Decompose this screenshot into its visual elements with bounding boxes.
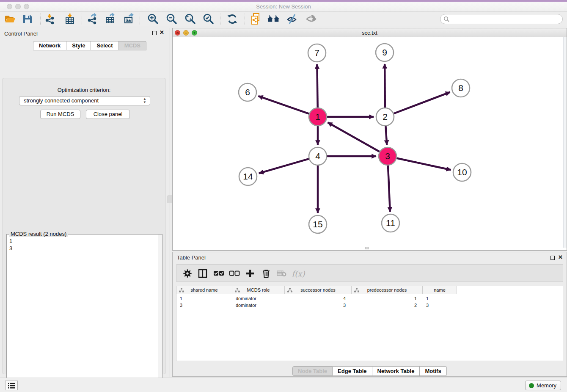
tab-mcds[interactable]: MCDS (119, 41, 146, 50)
cell-mcds-role[interactable]: dominator (232, 302, 285, 309)
search-field[interactable] (440, 14, 563, 24)
float-panel-icon[interactable] (152, 31, 157, 35)
save-session-icon[interactable] (20, 13, 35, 25)
graph-node-2[interactable]: 2 (376, 108, 394, 126)
graph-node-14[interactable]: 14 (239, 168, 257, 185)
table-row[interactable]: 3 dominator 3 2 3 (176, 302, 457, 309)
gear-icon[interactable] (181, 267, 194, 280)
result-scrollbar[interactable] (158, 235, 162, 392)
edge-2-3[interactable] (385, 125, 387, 145)
column-header-mcds-role[interactable]: MCDS role (232, 286, 285, 294)
network-horizontal-scroll-handle[interactable] (365, 247, 369, 249)
edge-4-14[interactable] (259, 158, 310, 173)
graph-node-4[interactable]: 4 (309, 147, 327, 165)
memory-status-icon (529, 383, 534, 388)
memory-label: Memory (537, 382, 556, 389)
cell-predecessor-nodes[interactable]: 1 (352, 295, 423, 302)
tab-network[interactable]: Network (33, 41, 66, 50)
zoom-fit-icon[interactable] (183, 13, 198, 25)
graph-node-15[interactable]: 15 (309, 215, 327, 233)
zoom-out-icon[interactable] (165, 13, 179, 25)
toolbar-separator (220, 14, 220, 25)
cell-mcds-role[interactable]: dominator (232, 295, 285, 302)
import-table-icon[interactable] (63, 13, 77, 25)
cell-successor-nodes[interactable]: 3 (285, 302, 352, 309)
function-builder-icon[interactable]: f(x) (292, 267, 305, 280)
add-column-icon[interactable] (243, 267, 257, 280)
run-mcds-button[interactable]: Run MCDS (40, 110, 80, 119)
memory-button[interactable]: Memory (525, 381, 561, 390)
tab-style[interactable]: Style (66, 41, 91, 50)
import-network-icon[interactable] (43, 13, 57, 25)
graph-node-9[interactable]: 9 (376, 44, 394, 61)
column-header-predecessor-nodes[interactable]: predecessor nodes (352, 286, 423, 294)
column-header-successor-nodes[interactable]: successor nodes (285, 286, 352, 294)
table-panel: Table Panel ✕ (172, 252, 567, 377)
cell-successor-nodes[interactable]: 4 (285, 295, 352, 302)
network-window-titlebar[interactable]: ✕ − + scc.txt (173, 28, 567, 37)
column-layout-icon[interactable] (196, 267, 209, 280)
cell-name[interactable]: 3 (423, 302, 457, 309)
tab-edge-table[interactable]: Edge Table (333, 366, 372, 376)
graph-node-10[interactable]: 10 (453, 163, 471, 181)
mcds-result-lines: 1 3 (9, 237, 12, 252)
edge-1-6[interactable] (258, 96, 310, 114)
export-network-icon[interactable] (85, 13, 99, 25)
tab-motifs[interactable]: Motifs (420, 366, 446, 376)
svg-text:10: 10 (457, 167, 467, 177)
tab-node-table[interactable]: Node Table (292, 366, 333, 376)
delete-table-icon[interactable] (275, 267, 289, 280)
tab-select[interactable]: Select (91, 41, 118, 50)
cell-name[interactable]: 1 (423, 295, 457, 302)
column-header-name[interactable]: name (423, 286, 457, 294)
close-panel-button[interactable]: Close panel (86, 110, 130, 119)
open-session-icon[interactable] (3, 13, 17, 25)
svg-text:3: 3 (385, 151, 390, 161)
table-row[interactable]: 1 dominator 4 1 1 (176, 295, 457, 302)
network-vertical-scrollbar[interactable] (563, 37, 567, 248)
main-toolbar (0, 12, 567, 26)
edge-2-8[interactable] (393, 92, 450, 114)
float-table-panel-icon[interactable] (550, 256, 555, 260)
graph-node-11[interactable]: 11 (382, 214, 399, 232)
first-neighbors-icon[interactable] (267, 13, 281, 25)
zoom-in-icon[interactable] (146, 13, 160, 25)
cell-predecessor-nodes[interactable]: 2 (352, 302, 423, 309)
tab-network-table[interactable]: Network Table (372, 366, 420, 376)
network-from-selection-icon[interactable] (249, 13, 263, 25)
mcds-result-title: MCDS result (2 nodes) (9, 231, 68, 237)
graph-node-3[interactable]: 3 (379, 147, 396, 165)
close-table-panel-icon[interactable]: ✕ (558, 254, 563, 260)
app-menu-button[interactable] (5, 381, 18, 390)
edge-3-11[interactable] (388, 164, 390, 212)
svg-text:1: 1 (315, 112, 320, 121)
graph-node-8[interactable]: 8 (452, 79, 470, 97)
delete-column-icon[interactable] (259, 267, 273, 280)
cell-shared-name[interactable]: 3 (176, 302, 232, 309)
search-input[interactable] (451, 15, 559, 23)
select-all-icon[interactable] (212, 267, 226, 280)
export-image-icon[interactable] (122, 13, 136, 25)
graph-node-1[interactable]: 1 (309, 108, 327, 126)
edge-1-7[interactable] (317, 64, 317, 109)
graph-node-6[interactable]: 6 (239, 83, 256, 101)
mcds-result-area[interactable] (6, 234, 162, 392)
show-all-icon[interactable] (304, 13, 319, 25)
column-header-shared-name[interactable]: shared name (176, 286, 232, 294)
hide-selected-icon[interactable] (285, 13, 300, 25)
deselect-all-icon[interactable] (228, 267, 241, 280)
close-panel-icon[interactable]: ✕ (160, 29, 164, 36)
network-view-window: ✕ − + scc.txt 1234678910111415 (172, 28, 567, 251)
export-table-icon[interactable] (103, 13, 118, 25)
zoom-selected-icon[interactable] (201, 13, 216, 25)
graph-node-7[interactable]: 7 (308, 44, 326, 62)
cell-shared-name[interactable]: 1 (176, 295, 232, 302)
edge-3-1[interactable] (328, 122, 381, 152)
divider-grip[interactable] (168, 196, 172, 203)
network-canvas[interactable]: 1234678910111415 (173, 37, 567, 248)
optimization-criterion-select[interactable]: strongly connected component ▲▼ (19, 96, 150, 105)
list-icon (8, 382, 15, 389)
refresh-icon[interactable] (225, 13, 239, 25)
edge-2-9[interactable] (385, 64, 385, 109)
edge-3-10[interactable] (396, 158, 451, 170)
